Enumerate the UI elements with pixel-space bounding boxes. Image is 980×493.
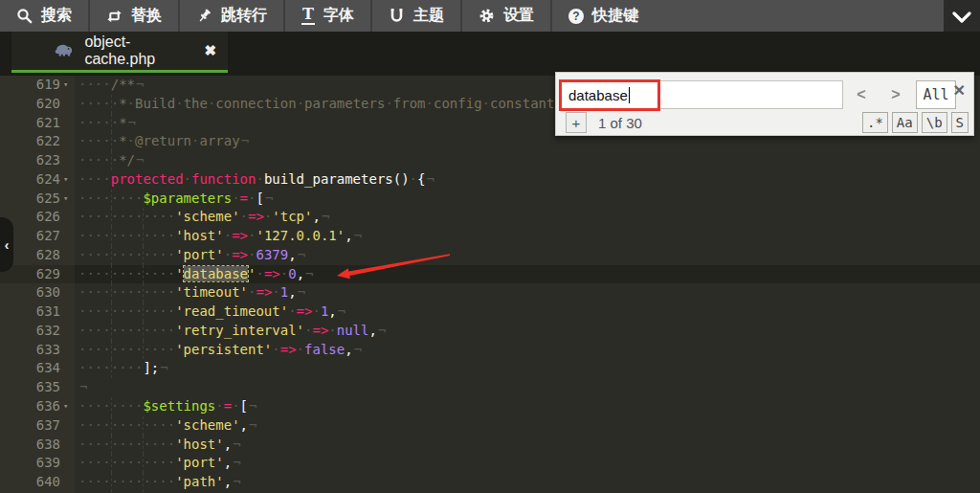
code-line[interactable]: 636▾········$settings·=·[¬ bbox=[0, 397, 980, 416]
indent-guide bbox=[111, 265, 112, 284]
line-number[interactable]: 625 bbox=[0, 190, 63, 209]
code-line[interactable]: 627············'host'·=>·'127.0.0.1',¬ bbox=[0, 227, 980, 246]
line-number[interactable]: 639 bbox=[0, 454, 63, 473]
code-line[interactable]: 634········];¬ bbox=[0, 359, 980, 378]
code-line[interactable]: 626············'scheme'·=>·'tcp',¬ bbox=[0, 208, 980, 227]
close-search-icon[interactable]: ✕ bbox=[949, 81, 969, 100]
whitespace-dots: · bbox=[175, 96, 183, 111]
indent-guide bbox=[111, 95, 112, 114]
regex-toggle[interactable]: .* bbox=[862, 112, 888, 133]
goto-line-button[interactable]: 跳转行 bbox=[180, 0, 285, 32]
code-line[interactable]: 629············'database'·=>·0,¬ bbox=[0, 265, 980, 284]
whitespace-dots: · bbox=[385, 96, 392, 111]
collapse-toolbar-button[interactable] bbox=[944, 0, 980, 34]
indent-guide bbox=[143, 416, 144, 436]
fold-spacer bbox=[63, 454, 75, 473]
indent-guide bbox=[111, 454, 112, 473]
font-button[interactable]: T 字体 bbox=[285, 0, 372, 32]
line-number[interactable]: 637 bbox=[0, 416, 63, 436]
fold-spacer bbox=[63, 416, 75, 436]
fold-arrow-icon[interactable]: ▾ bbox=[63, 170, 75, 190]
search-match-highlight: database bbox=[184, 266, 248, 281]
whitespace-dots: ···· bbox=[78, 171, 111, 187]
whole-word-toggle[interactable]: \b bbox=[922, 112, 947, 133]
code-line[interactable]: 631············'read_timeout'·=>·1,¬ bbox=[0, 303, 980, 322]
whitespace-dots: ···· bbox=[78, 77, 111, 92]
line-number[interactable]: 638 bbox=[0, 436, 63, 455]
line-number[interactable]: 634 bbox=[0, 359, 63, 378]
line-number[interactable]: 632 bbox=[0, 322, 63, 341]
code-line[interactable]: 637············'scheme',¬ bbox=[0, 416, 980, 436]
code-line[interactable]: 630············'timeout'·=>·1,¬ bbox=[0, 283, 980, 303]
whitespace-dots: · bbox=[272, 284, 279, 300]
fold-arrow-icon[interactable]: ▾ bbox=[63, 76, 75, 95]
whitespace-dots: ············ bbox=[78, 284, 175, 300]
fold-spacer bbox=[63, 227, 75, 246]
indent-guide bbox=[143, 303, 144, 322]
settings-button[interactable]: 设置 bbox=[462, 0, 552, 32]
line-number[interactable]: 631 bbox=[0, 303, 63, 322]
whitespace-dots: · bbox=[232, 398, 239, 414]
find-previous-button[interactable]: < bbox=[849, 82, 874, 107]
whitespace-dots: · bbox=[248, 190, 256, 206]
find-next-button[interactable]: > bbox=[883, 82, 908, 107]
add-search-button[interactable]: + bbox=[566, 112, 587, 133]
fold-arrow-icon[interactable]: ▾ bbox=[63, 397, 75, 416]
code-line[interactable]: 628············'port'·=>·6379,¬ bbox=[0, 246, 980, 265]
fold-spacer bbox=[63, 436, 75, 455]
shortcuts-button[interactable]: ? 快捷键 bbox=[552, 0, 655, 32]
newline-glyph: ¬ bbox=[232, 437, 240, 452]
selection-toggle[interactable]: S bbox=[951, 112, 969, 133]
code-line[interactable]: 633············'persistent'·=>·false,¬ bbox=[0, 341, 980, 360]
line-number[interactable]: 620 bbox=[0, 95, 63, 114]
whitespace-dots: · bbox=[208, 96, 215, 111]
code-line[interactable]: 638············'host',¬ bbox=[0, 436, 980, 455]
indent-guide bbox=[111, 416, 112, 436]
line-number[interactable]: 636 bbox=[0, 397, 63, 416]
whitespace-dots: ····· bbox=[78, 115, 119, 130]
line-number[interactable]: 630 bbox=[0, 283, 63, 303]
case-sensitive-toggle[interactable]: Aa bbox=[892, 112, 918, 133]
whitespace-dots: ····· bbox=[78, 152, 119, 168]
line-number[interactable]: 623 bbox=[0, 151, 63, 170]
indent-guide bbox=[111, 341, 112, 360]
line-number[interactable]: 624 bbox=[0, 170, 63, 190]
code-line[interactable]: 625▾········$parameters·=·[¬ bbox=[0, 190, 980, 209]
line-number[interactable]: 621 bbox=[0, 114, 63, 133]
code-line[interactable]: 639············'port',¬ bbox=[0, 454, 980, 473]
code-line[interactable]: 623·····*/¬ bbox=[0, 151, 980, 170]
match-count: 1 of 30 bbox=[598, 115, 642, 131]
replace-button[interactable]: 替换 bbox=[90, 0, 180, 32]
indent-guide bbox=[111, 436, 112, 455]
fold-spacer bbox=[63, 322, 75, 341]
sidebar-toggle-handle[interactable]: ‹ bbox=[0, 217, 13, 272]
search-button[interactable]: 搜索 bbox=[0, 0, 90, 32]
theme-button[interactable]: 主题 bbox=[372, 0, 462, 32]
indent-guide bbox=[143, 208, 144, 227]
fold-arrow-icon[interactable]: ▾ bbox=[63, 190, 75, 209]
tab-object-cache-php[interactable]: object-cache.php ✖ bbox=[11, 32, 228, 73]
code-line[interactable]: 632············'retry_interval'·=>·null,… bbox=[0, 322, 980, 341]
line-number[interactable]: 619 bbox=[0, 76, 63, 95]
code-line[interactable]: 640············'path',¬ bbox=[0, 473, 980, 492]
newline-glyph: ¬ bbox=[353, 228, 362, 243]
search-input[interactable]: database bbox=[560, 80, 843, 109]
php-elephant-icon bbox=[54, 43, 73, 58]
newline-glyph: ¬ bbox=[240, 133, 249, 148]
code-editor[interactable]: 619▾····/**¬620·····*·Build·the·connecti… bbox=[0, 76, 980, 493]
line-number[interactable]: 635 bbox=[0, 378, 63, 397]
fold-spacer bbox=[63, 378, 75, 397]
line-number[interactable]: 640 bbox=[0, 473, 63, 492]
gear-icon bbox=[479, 8, 495, 24]
line-number[interactable]: 622 bbox=[0, 132, 63, 151]
indent-guide bbox=[111, 114, 112, 133]
toolbar-label: 快捷键 bbox=[592, 6, 638, 26]
fold-spacer bbox=[63, 132, 75, 151]
code-line[interactable]: 624▾····protected·function·build_paramet… bbox=[0, 170, 980, 190]
tab-close-icon[interactable]: ✖ bbox=[204, 42, 216, 59]
code-line[interactable]: 635¬ bbox=[0, 378, 980, 397]
whitespace-dots: · bbox=[312, 303, 320, 319]
line-number[interactable]: 633 bbox=[0, 341, 63, 360]
newline-glyph: ¬ bbox=[377, 323, 386, 338]
indent-guide bbox=[143, 322, 144, 341]
